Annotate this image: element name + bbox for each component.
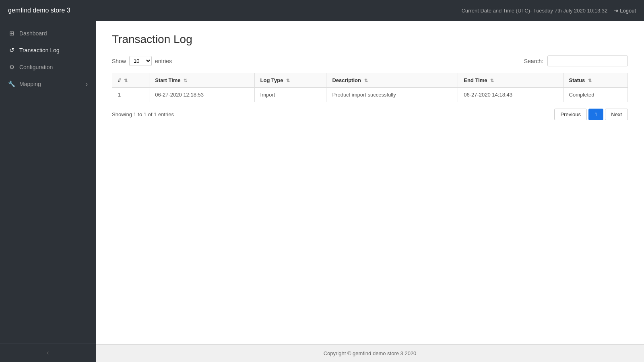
sidebar-item-label-dashboard: Dashboard [19,30,47,37]
col-status[interactable]: Status ⇅ [563,73,627,88]
page-title: Transaction Log [112,33,628,46]
transaction-log-icon: ↺ [8,47,15,54]
sidebar-collapse-button[interactable]: ‹ [0,343,96,362]
sort-icon-status: ⇅ [588,78,592,83]
sort-icon-num: ⇅ [124,78,128,83]
top-navbar: gemfind demo store 3 Current Date and Ti… [0,0,644,21]
page-footer: Copyright © gemfind demo store 3 2020 [96,344,644,362]
content-area: Transaction Log Show 10 25 50 100 entrie… [96,21,644,344]
chevron-right-icon: › [86,81,88,87]
transaction-table: # ⇅ Start Time ⇅ Log Type ⇅ Descriptio [112,73,628,102]
table-cell-description: Product import successfully [326,88,458,102]
search-section: Search: [524,56,628,66]
header-right: Current Date and Time (UTC)- Tuesday 7th… [461,8,636,14]
configuration-icon: ⚙ [8,64,15,71]
logout-icon: ⇥ [614,8,618,14]
show-entries-section: Show 10 25 50 100 entries [112,56,172,66]
sort-icon-end-time: ⇅ [490,78,494,83]
collapse-icon: ‹ [47,349,49,356]
mapping-left: 🔧 Mapping [8,80,41,88]
next-button[interactable]: Next [605,109,628,120]
sidebar-item-mapping[interactable]: 🔧 Mapping › [0,76,96,93]
col-end-time[interactable]: End Time ⇅ [458,73,563,88]
sidebar-item-transaction-log[interactable]: ↺ Transaction Log [0,42,96,59]
dashboard-icon: ⊞ [8,30,15,37]
sidebar-item-dashboard[interactable]: ⊞ Dashboard [0,25,96,42]
logout-label: Logout [620,8,636,14]
entries-label: entries [155,58,172,64]
table-cell-num: 1 [112,88,149,102]
col-end-time-label: End Time [464,77,487,83]
main-content: Transaction Log Show 10 25 50 100 entrie… [96,21,644,362]
controls-bar: Show 10 25 50 100 entries Search: [112,56,628,66]
logout-link[interactable]: ⇥ Logout [614,8,636,14]
sidebar-item-label-configuration: Configuration [19,64,53,70]
copyright-text: Copyright © gemfind demo store 3 2020 [324,350,417,356]
col-start-time-label: Start Time [155,77,180,83]
table-row: 106-27-2020 12:18:53ImportProduct import… [112,88,628,102]
table-cell-log-type: Import [254,88,326,102]
mapping-icon: 🔧 [8,80,15,88]
sidebar-item-label-transaction-log: Transaction Log [19,47,60,53]
table-header-row: # ⇅ Start Time ⇅ Log Type ⇅ Descriptio [112,73,628,88]
col-description-label: Description [332,77,361,83]
sidebar-item-label-mapping: Mapping [19,81,41,87]
sort-icon-start-time: ⇅ [184,78,187,83]
pagination: Previous 1 Next [554,109,628,120]
table-footer: Showing 1 to 1 of 1 entries Previous 1 N… [112,109,628,120]
table-cell-start-time: 06-27-2020 12:18:53 [149,88,254,102]
sidebar-item-configuration[interactable]: ⚙ Configuration [0,59,96,76]
entries-select[interactable]: 10 25 50 100 [129,56,152,66]
showing-info: Showing 1 to 1 of 1 entries [112,111,174,117]
sort-icon-description: ⇅ [364,78,368,83]
sidebar: ⊞ Dashboard ↺ Transaction Log ⚙ Configur… [0,21,96,362]
search-input[interactable] [547,56,628,66]
page-1-button[interactable]: 1 [588,109,603,120]
show-label: Show [112,58,126,64]
sidebar-nav: ⊞ Dashboard ↺ Transaction Log ⚙ Configur… [0,21,96,343]
table-cell-status: Completed [563,88,627,102]
table-cell-end-time: 06-27-2020 14:18:43 [458,88,563,102]
col-status-label: Status [569,77,585,83]
col-log-type-label: Log Type [260,77,283,83]
search-label: Search: [524,58,543,64]
col-description[interactable]: Description ⇅ [326,73,458,88]
col-num-label: # [118,77,121,83]
col-start-time[interactable]: Start Time ⇅ [149,73,254,88]
layout: ⊞ Dashboard ↺ Transaction Log ⚙ Configur… [0,21,644,362]
sort-icon-log-type: ⇅ [286,78,290,83]
previous-button[interactable]: Previous [554,109,587,120]
datetime-label: Current Date and Time (UTC)- Tuesday 7th… [461,8,607,14]
col-num[interactable]: # ⇅ [112,73,149,88]
brand-title: gemfind demo store 3 [8,7,70,14]
col-log-type[interactable]: Log Type ⇅ [254,73,326,88]
